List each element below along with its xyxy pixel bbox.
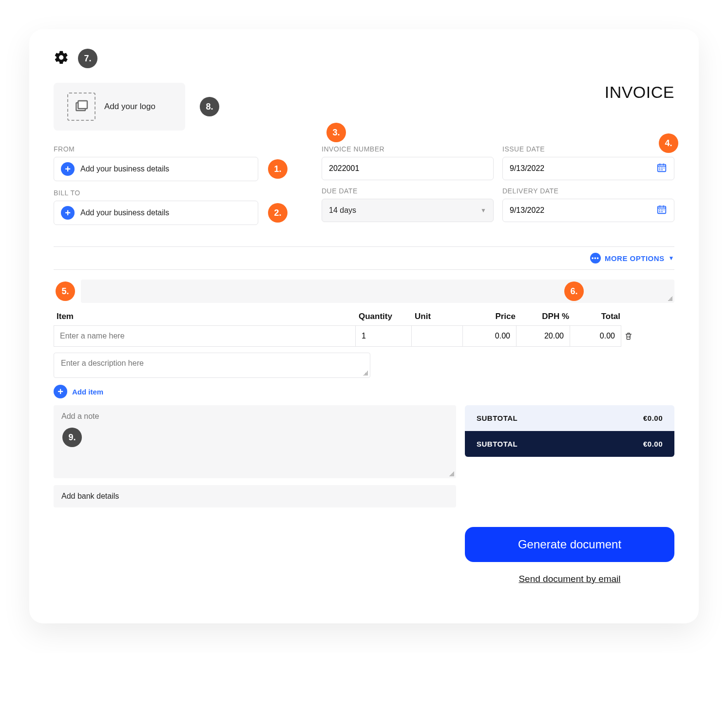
bottom-row: 9. SUBTOTAL €0.00 SUBTOTAL €0.00: [54, 405, 674, 478]
item-row: [54, 325, 674, 347]
item-unit-cell[interactable]: [412, 325, 463, 347]
grandtotal-row: SUBTOTAL €0.00: [465, 431, 674, 457]
add-from-details-button[interactable]: + Add your business details: [54, 157, 258, 181]
item-name-input[interactable]: [60, 332, 349, 340]
col-price: Price: [464, 312, 517, 321]
invoice-number-input[interactable]: [329, 164, 486, 173]
annotation-badge-5: 5.: [56, 281, 75, 301]
annotation-badge-1: 1.: [268, 159, 287, 179]
plus-icon: +: [61, 162, 75, 176]
totals-box: SUBTOTAL €0.00 SUBTOTAL €0.00: [465, 405, 674, 457]
dates-column: 3. 4. INVOICE NUMBER ISSUE DATE DUE DATE…: [322, 145, 674, 222]
svg-rect-10: [661, 169, 663, 170]
header-row: Add your logo 8. INVOICE: [54, 83, 674, 131]
invoice-number-field[interactable]: [322, 157, 494, 180]
generate-document-button[interactable]: Generate document: [465, 527, 674, 562]
delivery-date-label: DELIVERY DATE: [502, 187, 674, 195]
more-options-label: MORE OPTIONS: [605, 254, 665, 263]
more-icon: •••: [590, 253, 601, 263]
send-email-link[interactable]: Send document by email: [518, 574, 620, 584]
calendar-icon[interactable]: [656, 162, 667, 175]
invoice-number-label: INVOICE NUMBER: [322, 145, 494, 153]
grandtotal-label: SUBTOTAL: [477, 440, 517, 448]
delivery-date-field[interactable]: [502, 199, 674, 222]
subtotal-value: €0.00: [643, 414, 663, 422]
meta-row: FROM + Add your business details 1. BILL…: [54, 145, 674, 233]
divider: [54, 246, 674, 247]
item-unit-input[interactable]: [418, 332, 457, 340]
logo-wrap: Add your logo 8.: [54, 83, 219, 131]
svg-rect-18: [659, 211, 661, 212]
plus-icon: +: [54, 385, 67, 398]
item-description-input[interactable]: [61, 359, 363, 372]
svg-rect-19: [661, 211, 663, 212]
invoice-card: 7. Add your logo 8. INVOICE FROM + Add y…: [29, 29, 699, 623]
svg-rect-1: [78, 101, 87, 109]
svg-rect-7: [661, 168, 663, 169]
annotation-badge-7: 7.: [78, 49, 97, 68]
annotation-badge-2: 2.: [268, 203, 287, 223]
annotation-badge-6: 6.: [564, 281, 584, 301]
gear-icon[interactable]: [54, 50, 69, 67]
items-area: 5. 6. Item Quantity Unit Price DPH % Tot…: [54, 280, 674, 398]
delivery-date-input[interactable]: [510, 206, 656, 215]
col-item: Item: [55, 312, 357, 321]
item-dph-input[interactable]: [522, 332, 564, 340]
calendar-icon[interactable]: [656, 204, 667, 217]
issue-date-input[interactable]: [510, 164, 656, 173]
image-placeholder-icon: [67, 93, 96, 121]
due-date-label: DUE DATE: [322, 187, 494, 195]
add-billto-details-button[interactable]: + Add your business details: [54, 201, 258, 225]
billto-placeholder-text: Add your business details: [80, 208, 169, 217]
chevron-down-icon: ▼: [669, 255, 674, 262]
note-input[interactable]: [61, 412, 448, 471]
issue-date-label: ISSUE DATE: [502, 145, 674, 153]
annotation-badge-4: 4.: [659, 133, 678, 153]
issue-date-field[interactable]: [502, 157, 674, 180]
delete-row-button[interactable]: [621, 325, 636, 347]
item-dph-cell[interactable]: [517, 325, 570, 347]
grandtotal-value: €0.00: [643, 440, 663, 448]
col-unit: Unit: [413, 312, 464, 321]
svg-rect-8: [664, 168, 665, 169]
item-price-input[interactable]: [469, 332, 510, 340]
annotation-badge-9: 9.: [62, 428, 82, 447]
col-quantity: Quantity: [357, 312, 413, 321]
col-dph: DPH %: [517, 312, 571, 321]
item-total-input[interactable]: [576, 332, 615, 340]
add-logo-label: Add your logo: [104, 102, 155, 112]
items-table: Item Quantity Unit Price DPH % Total: [54, 312, 674, 398]
svg-rect-16: [661, 209, 663, 210]
due-date-select[interactable]: 14 days ▼: [322, 199, 494, 222]
item-quantity-input[interactable]: [362, 332, 405, 340]
add-item-button[interactable]: + Add item: [54, 385, 674, 398]
more-options-toggle[interactable]: ••• MORE OPTIONS ▼: [54, 253, 674, 263]
plus-icon: +: [61, 206, 75, 220]
item-name-cell[interactable]: [54, 325, 356, 347]
col-total: Total: [571, 312, 622, 321]
from-placeholder-text: Add your business details: [80, 165, 169, 173]
subtotal-label: SUBTOTAL: [477, 414, 517, 422]
items-title-input[interactable]: [81, 280, 674, 303]
divider: [54, 269, 674, 270]
svg-rect-15: [659, 209, 661, 210]
annotation-badge-8: 8.: [200, 97, 219, 116]
svg-rect-17: [664, 209, 665, 210]
item-total-cell[interactable]: [570, 325, 621, 347]
chevron-down-icon: ▼: [480, 207, 486, 214]
subtotal-row: SUBTOTAL €0.00: [465, 405, 674, 431]
annotation-badge-3: 3.: [326, 123, 346, 142]
item-quantity-cell[interactable]: [356, 325, 412, 347]
add-logo-button[interactable]: Add your logo: [54, 83, 185, 131]
add-bank-details-button[interactable]: Add bank details: [54, 485, 456, 507]
party-column: FROM + Add your business details 1. BILL…: [54, 145, 292, 233]
item-price-cell[interactable]: [463, 325, 517, 347]
add-item-label: Add item: [72, 388, 103, 396]
top-bar: 7.: [54, 49, 674, 68]
note-field[interactable]: 9.: [54, 405, 456, 478]
page-title: INVOICE: [605, 83, 674, 102]
billto-label: BILL TO: [54, 189, 292, 197]
item-description-field[interactable]: [54, 353, 370, 378]
svg-rect-6: [659, 168, 661, 169]
actions: Generate document Send document by email: [465, 527, 674, 584]
